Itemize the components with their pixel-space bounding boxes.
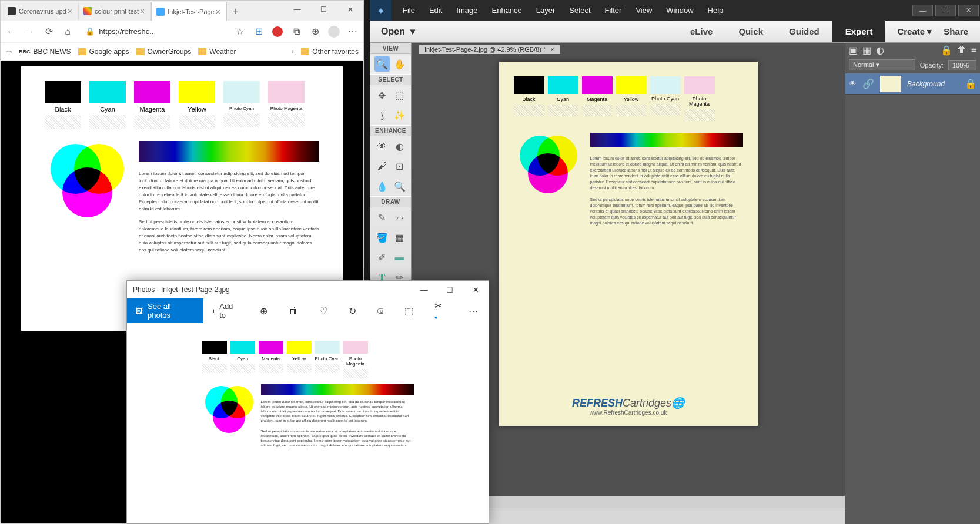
photos-minimize[interactable]: —	[411, 281, 437, 298]
menu-layer[interactable]: Layer	[536, 6, 556, 15]
mode-guided[interactable]: Guided	[776, 21, 832, 42]
picker-tool[interactable]: ✐	[374, 250, 390, 265]
eraser-tool[interactable]: ▱	[392, 210, 407, 225]
scan-icon[interactable]: ⬚	[394, 305, 424, 317]
browser-tab-1[interactable]: colour print test×	[79, 2, 151, 21]
photos-content[interactable]: Black Cyan Magenta Yellow Photo Cyan Pho…	[127, 323, 489, 454]
pse-maximize[interactable]: ☐	[935, 5, 956, 16]
crop-icon[interactable]: ⟃	[367, 305, 394, 316]
brush-tool[interactable]: 🖌	[374, 159, 390, 174]
share-button[interactable]: Share	[944, 26, 968, 37]
menu-file[interactable]: File	[403, 6, 415, 15]
mode-elive[interactable]: eLive	[677, 21, 725, 42]
menu-enhance[interactable]: Enhance	[492, 6, 522, 15]
menu-help[interactable]: Help	[708, 6, 724, 15]
new-layer-icon[interactable]: ▣	[849, 45, 858, 56]
menu-filter[interactable]: Filter	[605, 6, 622, 15]
mode-expert[interactable]: Expert	[832, 21, 886, 42]
bookmark-weather[interactable]: Weather	[198, 48, 236, 56]
profile-icon[interactable]	[328, 26, 340, 38]
rotate-icon[interactable]: ↻	[338, 305, 367, 317]
visibility-icon[interactable]: 👁	[849, 79, 857, 88]
menu-edit[interactable]: Edit	[429, 6, 442, 15]
browser-tab-0[interactable]: Coronavirus upd×	[3, 2, 79, 21]
collections-icon[interactable]: ⧉	[290, 26, 302, 38]
photos-maximize[interactable]: ☐	[437, 281, 463, 298]
mask-icon[interactable]: ◐	[876, 45, 884, 56]
link-icon[interactable]: 🔗	[862, 78, 874, 89]
other-favorites[interactable]: Other favorites	[301, 48, 359, 56]
wand-tool[interactable]: ✨	[392, 108, 407, 123]
ext-icon[interactable]: ⊞	[253, 26, 265, 38]
browser-tab-2[interactable]: Inkjet-Test-Page×	[151, 2, 227, 21]
menu-image[interactable]: Image	[456, 6, 477, 15]
addtab-icon[interactable]: ⊕	[309, 26, 321, 38]
see-all-photos-button[interactable]: 🖼See all photos	[127, 298, 203, 323]
address-bar[interactable]: 🔒 https://refreshc...	[81, 27, 227, 36]
lock-icon[interactable]: 🔒	[941, 45, 952, 56]
swatch-label: Yellow	[624, 96, 639, 102]
group-icon[interactable]: ▦	[862, 45, 871, 56]
plus-icon: +	[212, 307, 216, 315]
bookmark-bbc[interactable]: BBCBBC NEWS	[19, 48, 71, 56]
bookmark-google[interactable]: Google apps	[78, 48, 129, 56]
panel-menu-icon[interactable]: ≡	[971, 45, 976, 55]
favorite-icon[interactable]: ☆	[234, 26, 246, 38]
shape-tool[interactable]: ▬	[392, 250, 407, 265]
menu-icon[interactable]: ⋯	[347, 26, 359, 38]
sharpen-tool[interactable]: 🔍	[392, 179, 407, 194]
delete-icon[interactable]: 🗑	[278, 305, 309, 316]
tab-close-icon[interactable]: ×	[139, 6, 146, 16]
home-button[interactable]: ⌂	[62, 26, 73, 38]
bucket-tool[interactable]: 🪣	[374, 230, 390, 245]
more-icon[interactable]: ⋯	[458, 305, 489, 317]
minimize-button[interactable]: —	[284, 1, 310, 18]
zoom-icon[interactable]: ⊕	[249, 305, 278, 317]
mode-quick[interactable]: Quick	[725, 21, 776, 42]
tab-close-icon[interactable]: ×	[215, 7, 222, 16]
doc-close-icon[interactable]: ×	[550, 46, 554, 53]
spot-tool[interactable]: ◐	[392, 139, 407, 154]
menu-view[interactable]: View	[636, 6, 652, 15]
refresh-button[interactable]: ⟳	[43, 26, 55, 38]
read-icon[interactable]: ▭	[5, 48, 12, 56]
menu-window[interactable]: Window	[666, 6, 693, 15]
forward-button[interactable]: →	[24, 26, 36, 38]
new-tab-button[interactable]: +	[227, 2, 245, 21]
blend-mode-select[interactable]: Normal ▾	[849, 59, 915, 70]
menu-select[interactable]: Select	[569, 6, 590, 15]
hand-tool[interactable]: ✋	[392, 56, 407, 72]
stamp-tool[interactable]: ⊡	[392, 159, 407, 174]
favorite-icon[interactable]: ♡	[309, 305, 338, 317]
gradient-tool[interactable]: ▦	[392, 230, 407, 245]
pse-minimize[interactable]: —	[912, 5, 933, 16]
redeye-tool[interactable]: 👁	[374, 139, 390, 154]
bookmark-owner[interactable]: OwnerGroups	[136, 48, 192, 56]
pencil-tool[interactable]: ✎	[374, 210, 390, 225]
close-button[interactable]: ✕	[337, 1, 363, 18]
adblock-icon[interactable]	[272, 26, 283, 38]
document-tab[interactable]: Inkjet-Test-Page-2.jpg @ 42.9% (RGB/8) *…	[419, 45, 560, 54]
opacity-input[interactable]: 100%	[948, 60, 976, 70]
swatch-label: Black	[522, 96, 535, 102]
layer-row[interactable]: 👁 🔗 Background 🔒	[845, 73, 980, 95]
bookmarks-overflow[interactable]: ›	[292, 48, 294, 56]
blur-tool[interactable]: 💧	[374, 179, 390, 194]
browser-nav: ← → ⟳ ⌂ 🔒 https://refreshc... ☆ ⊞ ⧉ ⊕ ⋯	[1, 21, 363, 43]
delete-icon[interactable]: 🗑	[957, 45, 966, 55]
open-button[interactable]: Open ▾	[370, 26, 415, 37]
canvas-image[interactable]: Black Cyan Magenta Yellow Photo Cyan Pho…	[499, 62, 758, 426]
zoom-tool[interactable]: 🔍	[374, 56, 390, 72]
add-to-button[interactable]: +Add to	[203, 302, 249, 320]
pse-close[interactable]: ✕	[958, 5, 979, 16]
swatch-label: Yellow	[292, 356, 306, 361]
move-tool[interactable]: ✥	[374, 88, 390, 103]
lasso-tool[interactable]: ⟆	[374, 108, 390, 123]
edit-icon[interactable]: ✂ ▾	[424, 300, 458, 322]
photos-close[interactable]: ✕	[463, 281, 489, 298]
marquee-tool[interactable]: ⬚	[392, 88, 407, 103]
tab-close-icon[interactable]: ×	[66, 6, 73, 16]
maximize-button[interactable]: ☐	[310, 1, 337, 18]
back-button[interactable]: ←	[5, 26, 17, 38]
create-button[interactable]: Create ▾	[897, 26, 932, 37]
